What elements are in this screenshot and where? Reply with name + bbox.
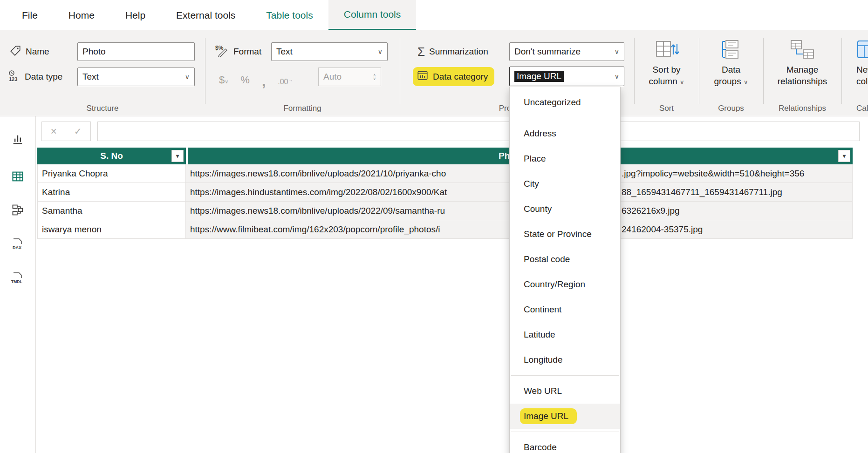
menu-item-postal-code[interactable]: Postal code: [510, 247, 620, 272]
chevron-down-icon: ∨: [378, 48, 383, 55]
percent-icon[interactable]: %: [240, 74, 250, 86]
summarization-label-row: Σ Summarization: [417, 42, 488, 61]
name-label: Name: [26, 47, 49, 57]
svg-text:DAX: DAX: [13, 245, 21, 250]
table-row: Katrina https://images.hindustantimes.co…: [37, 183, 853, 202]
formula-bar-buttons: × ✓: [41, 122, 91, 141]
decimal-places-auto-field[interactable]: Auto ∧ ∨: [318, 68, 381, 86]
data-category-combobox[interactable]: Image URL ∨: [509, 67, 624, 86]
chevron-down-icon: ∨: [185, 73, 190, 81]
confirm-icon[interactable]: ✓: [74, 126, 82, 137]
tab-file[interactable]: File: [7, 0, 53, 30]
group-label-structure: Structure: [0, 104, 205, 113]
sidebar-item-report-view[interactable]: [8, 130, 27, 150]
menu-item-web-url[interactable]: Web URL: [510, 379, 620, 404]
cancel-icon[interactable]: ×: [50, 125, 56, 138]
menu-item-state-or-province[interactable]: State or Province: [510, 222, 620, 247]
menu-item-uncategorized[interactable]: Uncategorized: [510, 90, 620, 115]
menu-item-address[interactable]: Address: [510, 121, 620, 146]
data-category-menu: Uncategorized Address Place City County …: [509, 87, 621, 453]
formula-bar: × ✓: [36, 116, 868, 147]
filter-icon[interactable]: ▾: [838, 150, 850, 162]
menu-item-image-url[interactable]: Image URL: [510, 404, 620, 429]
ribbon-group-formatting: $% Format Text ∨ $∨ % , .00→ Auto ∧ ∨ Fo…: [205, 30, 400, 116]
currency-icon[interactable]: $∨: [219, 74, 228, 86]
name-tag-icon: [9, 45, 21, 59]
format-label-row: $% Format: [215, 42, 261, 61]
format-select[interactable]: Text ∨: [271, 42, 388, 61]
data-type-label: Data type: [25, 72, 62, 82]
column-header-sno[interactable]: S. No ▾: [37, 148, 186, 164]
menu-item-barcode[interactable]: Barcode: [510, 435, 620, 453]
cell-name[interactable]: iswarya menon: [37, 220, 186, 239]
ribbon-group-structure: Name 123 Data type Text ∨ Structure: [0, 30, 205, 116]
group-label-groups: Groups: [699, 104, 763, 113]
data-groups-button-label: Data groups ∨: [714, 64, 748, 87]
name-label-row: Name: [9, 42, 49, 61]
manage-relationships-button-label: Manage relationships: [778, 64, 827, 87]
sidebar-item-model-view[interactable]: [8, 201, 27, 221]
summarization-select[interactable]: Don't summarize ∨: [509, 42, 624, 61]
ribbon-group-groups: Data groups ∨ Groups: [699, 30, 763, 116]
manage-relationships-icon: [789, 38, 815, 61]
data-view-icon: [11, 170, 24, 185]
tab-column-tools[interactable]: Column tools: [328, 0, 417, 30]
tmdl-view-icon: TMDL: [10, 271, 25, 287]
table-row: iswarya menon https://www.filmibeat.com/…: [37, 220, 853, 239]
sidebar-item-tmdl-view[interactable]: TMDL: [8, 269, 27, 289]
data-category-selected-value: Image URL: [514, 71, 564, 82]
number-format-icons: $∨ % , .00→: [219, 70, 293, 86]
ribbon: Name 123 Data type Text ∨ Structure $% F…: [0, 30, 868, 116]
summarization-label: Summarization: [429, 47, 488, 57]
tab-external-tools[interactable]: External tools: [161, 0, 251, 30]
sidebar-item-data-view[interactable]: [8, 168, 27, 187]
column-name-input[interactable]: [77, 42, 195, 61]
menu-item-continent[interactable]: Continent: [510, 297, 620, 322]
chevron-down-icon: ∨: [680, 79, 684, 86]
menu-item-longitude[interactable]: Longitude: [510, 347, 620, 372]
chevron-down-icon: ∨: [225, 79, 228, 84]
tab-home[interactable]: Home: [53, 0, 110, 30]
stepper-arrows-icon[interactable]: ∧ ∨: [373, 73, 376, 81]
model-view-icon: [11, 203, 24, 218]
group-label-calculations: Calculations: [841, 104, 868, 113]
menu-item-county[interactable]: County: [510, 196, 620, 222]
data-groups-button[interactable]: Data groups ∨: [699, 38, 763, 87]
sort-by-column-button-label: Sort by column ∨: [649, 64, 684, 87]
cell-name[interactable]: Katrina: [37, 183, 186, 202]
data-category-label: Data category: [433, 72, 488, 82]
table-header-row: S. No ▾ Photo ▾: [37, 148, 853, 164]
decimal-icon[interactable]: .00→: [278, 77, 293, 86]
svg-text:TMDL: TMDL: [11, 279, 22, 284]
tab-table-tools[interactable]: Table tools: [251, 0, 328, 30]
format-label: Format: [233, 47, 261, 57]
menu-item-country-region[interactable]: Country/Region: [510, 272, 620, 297]
new-column-icon: [856, 38, 868, 61]
table-row: Priyanka Chopra https://images.news18.co…: [37, 164, 853, 183]
format-brush-icon: $%: [215, 44, 229, 60]
tab-help[interactable]: Help: [110, 0, 161, 30]
data-groups-icon: [719, 38, 743, 61]
summarization-sigma-icon: Σ: [417, 45, 425, 59]
report-view-icon: [11, 133, 24, 148]
cell-name[interactable]: Priyanka Chopra: [37, 164, 186, 183]
new-column-button[interactable]: New column: [856, 38, 868, 87]
manage-relationships-button[interactable]: Manage relationships: [763, 38, 841, 87]
formula-input[interactable]: [97, 122, 860, 141]
new-column-button-label: New column: [856, 64, 868, 87]
chevron-down-icon: ∨: [615, 73, 619, 80]
menu-item-place[interactable]: Place: [510, 146, 620, 171]
data-category-label-row: Data category: [413, 67, 494, 86]
data-type-select[interactable]: Text ∨: [77, 68, 195, 86]
data-category-icon: [417, 69, 429, 84]
cell-name[interactable]: Samantha: [37, 202, 186, 220]
sort-by-column-button[interactable]: Sort by column ∨: [634, 38, 699, 87]
sidebar-item-dax-query-view[interactable]: DAX: [8, 235, 27, 255]
filter-icon[interactable]: ▾: [171, 150, 184, 162]
ribbon-group-sort: Sort by column ∨ Sort: [634, 30, 699, 116]
ribbon-group-calculations: New column Calculations: [841, 30, 868, 116]
menu-item-latitude[interactable]: Latitude: [510, 322, 620, 347]
ribbon-group-relationships: Manage relationships Relationships: [763, 30, 841, 116]
menu-item-city[interactable]: City: [510, 171, 620, 196]
thousands-icon[interactable]: ,: [262, 77, 266, 86]
